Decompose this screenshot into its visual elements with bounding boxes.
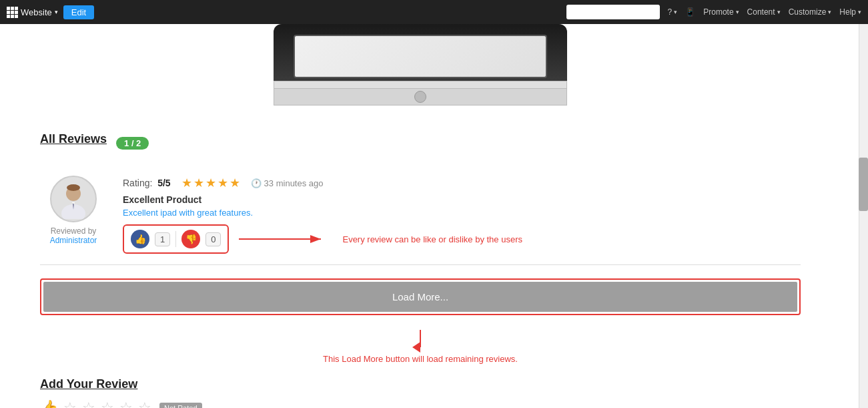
review-product-title: Excellent Product — [123, 194, 801, 205]
star-5: ★ — [230, 176, 240, 190]
help-menu-chevron: ▾ — [858, 9, 861, 15]
promote-label: Promote — [703, 7, 733, 17]
divider — [175, 231, 176, 247]
like-dislike-box: 👍 1 👎 0 — [123, 224, 229, 254]
rating-value: 5/5 — [157, 178, 170, 188]
star-4: ★ — [218, 176, 228, 190]
brand-chevron: ▾ — [55, 9, 58, 15]
product-image-area — [40, 24, 801, 119]
load-more-arrow-icon — [410, 329, 430, 353]
navbar-right: ? ▾ 📱 Promote ▾ Content ▾ Customize ▾ He… — [566, 5, 861, 19]
like-count: 1 — [155, 232, 170, 246]
scrollbar-thumb[interactable] — [859, 158, 868, 211]
load-more-callout: This Load More button will load remainin… — [323, 354, 518, 364]
reviewed-by-label: Reviewed by — [51, 226, 97, 236]
review-count-badge: 1 / 2 — [116, 137, 149, 150]
avatar-image — [53, 179, 93, 219]
content-button[interactable]: Content ▾ — [747, 7, 781, 17]
review-body: Rating: 5/5 ★ ★ ★ ★ ★ 🕐 33 minutes ago — [123, 176, 801, 254]
review-meta: Rating: 5/5 ★ ★ ★ ★ ★ 🕐 33 minutes ago — [123, 176, 801, 190]
dislike-count: 0 — [205, 232, 221, 246]
load-more-annotation: This Load More button will load remainin… — [40, 329, 801, 364]
navbar: Website ▾ Edit ? ▾ 📱 Promote ▾ Content ▾… — [0, 0, 868, 24]
add-review-title: Add Your Review — [40, 377, 801, 391]
rating-thumbs-up-icon: 👍 — [40, 399, 58, 408]
rating-text: Rating: 5/5 — [123, 178, 171, 188]
reviewer-info: Reviewed by Administrator — [40, 176, 107, 254]
clock-icon: 🕐 — [251, 178, 262, 188]
dislike-button[interactable]: 👎 — [181, 230, 200, 248]
help-menu-button[interactable]: Help ▾ — [839, 7, 861, 17]
rating-star-2[interactable]: ☆ — [82, 399, 95, 408]
rating-star-5[interactable]: ☆ — [138, 399, 151, 408]
like-dislike-annotation: Every review can be like or dislike by t… — [236, 230, 522, 248]
rating-label: Rating: — [123, 178, 152, 188]
star-2: ★ — [193, 176, 204, 190]
customize-button[interactable]: Customize ▾ — [789, 7, 832, 17]
grid-icon — [7, 7, 18, 18]
annotation-arrow — [236, 230, 329, 248]
load-more-box: Load More... — [40, 278, 801, 315]
avatar — [50, 176, 97, 222]
content-chevron: ▾ — [777, 9, 781, 15]
reviews-title: All Reviews — [40, 132, 107, 146]
reviews-section: All Reviews 1 / 2 — [40, 132, 801, 408]
dislike-icon: 👎 — [181, 230, 200, 248]
help-button[interactable]: ? ▾ — [668, 7, 678, 17]
rating-star-4[interactable]: ☆ — [119, 399, 133, 408]
brand-label: Website — [21, 7, 52, 17]
mobile-icon-button[interactable]: 📱 — [685, 7, 695, 17]
load-more-section: Load More... This Load More button will … — [40, 278, 801, 364]
rating-star-3[interactable]: ☆ — [101, 399, 114, 408]
stars: ★ ★ ★ ★ ★ — [181, 176, 240, 190]
time-text: 33 minutes ago — [264, 178, 324, 188]
like-dislike-callout: Every review can be like or dislike by t… — [342, 234, 522, 244]
star-1: ★ — [181, 176, 192, 190]
svg-point-5 — [67, 184, 80, 191]
review-card: Reviewed by Administrator Rating: 5/5 ★ … — [40, 165, 801, 265]
load-more-button[interactable]: Load More... — [43, 282, 797, 312]
promote-button[interactable]: Promote ▾ — [703, 7, 739, 17]
mobile-icon: 📱 — [685, 7, 695, 17]
promote-chevron: ▾ — [736, 9, 739, 15]
rating-star-1[interactable]: ☆ — [63, 399, 77, 408]
add-review-section: Add Your Review 👍 ☆ ☆ ☆ ☆ ☆ Not Rated Yo… — [40, 377, 801, 408]
help-icon: ? — [668, 7, 673, 17]
search-input[interactable] — [566, 5, 660, 19]
content-label: Content — [747, 7, 775, 17]
website-brand[interactable]: Website ▾ — [7, 7, 58, 18]
scrollbar[interactable] — [859, 24, 868, 408]
add-review-rating-row: 👍 ☆ ☆ ☆ ☆ ☆ Not Rated — [40, 399, 801, 408]
help-menu-label: Help — [839, 7, 856, 17]
review-text: Excellent ipad with great features. — [123, 208, 801, 218]
review-time: 🕐 33 minutes ago — [251, 178, 324, 188]
like-dislike-row: 👍 1 👎 0 — [123, 224, 801, 254]
main-content: All Reviews 1 / 2 — [0, 24, 841, 408]
help-chevron: ▾ — [674, 9, 677, 15]
customize-label: Customize — [789, 7, 827, 17]
like-button[interactable]: 👍 — [131, 230, 149, 248]
not-rated-badge: Not Rated — [159, 403, 202, 408]
star-3: ★ — [205, 176, 216, 190]
like-icon: 👍 — [131, 230, 149, 248]
edit-button[interactable]: Edit — [63, 5, 94, 19]
reviewer-name-link[interactable]: Administrator — [50, 236, 97, 245]
customize-chevron: ▾ — [828, 9, 831, 15]
